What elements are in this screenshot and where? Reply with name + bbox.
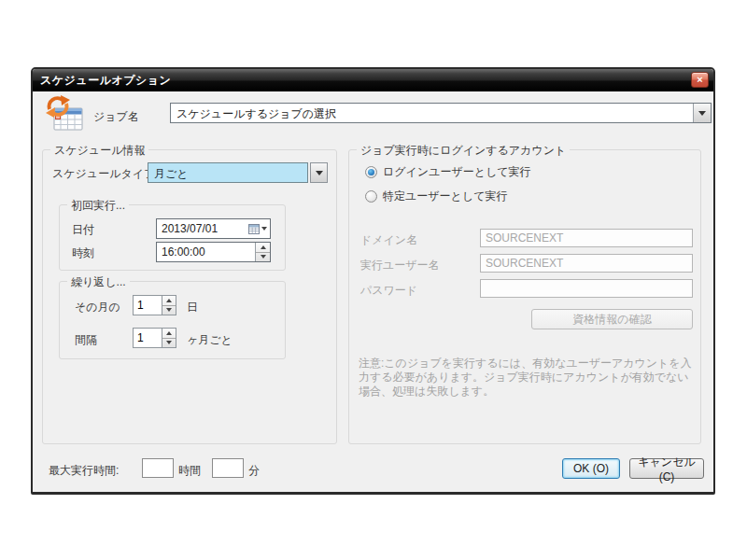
time-input-field[interactable]: 16:00:00 [156,242,271,262]
schedule-refresh-icon [43,95,84,133]
desktop-background: スケジュールオプション × [0,0,747,560]
day-of-month-field [133,295,176,315]
schedule-type-value[interactable]: 月ごと [148,162,308,183]
triangle-down-icon [166,308,172,312]
password-input[interactable] [480,279,693,298]
close-icon: × [697,75,702,85]
chevron-down-icon [261,227,267,231]
day-of-month-label: その月の [75,300,120,315]
day-of-month-input[interactable] [133,295,162,315]
account-group: ジョブ実行時にログインするアカウント ログインユーザーとして実行 特定ユーザーと… [348,149,701,444]
radio-unselected-icon [365,190,377,203]
date-value: 2013/07/01 [157,219,246,238]
radio-run-as-specific-user[interactable]: 特定ユーザーとして実行 [365,189,507,204]
ok-button[interactable]: OK (O) [562,458,620,479]
hours-unit-label: 時間 [178,463,201,479]
max-minutes-input[interactable] [212,458,244,478]
radio-run-as-login-user[interactable]: ログインユーザーとして実行 [365,164,531,180]
run-user-input[interactable] [480,254,693,273]
time-spinner [255,243,270,261]
interval-field [133,328,176,348]
spinner-up-button[interactable] [162,329,176,338]
spinner-up-button[interactable] [162,296,176,305]
minutes-unit-label: 分 [248,463,260,479]
dialog-title: スケジュールオプション [40,73,171,89]
run-user-label: 実行ユーザー名 [360,258,440,273]
triangle-down-icon [166,341,172,344]
cancel-button[interactable]: キャンセル (C) [629,458,704,479]
repeat-group: 繰り返し... その月の 日 間隔 [59,281,286,359]
max-hours-input[interactable] [142,458,174,478]
job-name-dropdown-button[interactable] [693,104,711,122]
schedule-info-group: スケジュール情報 スケジュールタイプ 月ごと 初回実行... 日付 2013/0… [42,149,337,444]
time-label: 時刻 [72,245,94,261]
interval-unit-label: ヶ月ごと [187,332,233,348]
schedule-info-legend: スケジュール情報 [50,143,148,159]
domain-input[interactable] [480,229,693,247]
spinner-down-button[interactable] [256,252,270,262]
triangle-up-icon [166,299,172,302]
chevron-down-icon [698,111,706,116]
triangle-up-icon [166,331,172,335]
close-button[interactable]: × [691,72,709,88]
day-spinner [162,295,176,315]
job-name-label: ジョブ名 [93,109,139,125]
date-picker-field[interactable]: 2013/07/01 [156,218,271,239]
radio-selected-icon [365,166,377,178]
interval-input[interactable] [133,328,162,348]
spinner-down-button[interactable] [162,305,176,315]
calendar-grid-icon [248,224,260,234]
date-label: 日付 [72,222,94,238]
schedule-type-label: スケジュールタイプ [52,166,155,182]
triangle-up-icon [261,245,266,249]
verify-credentials-button[interactable]: 資格情報の確認 [531,309,693,329]
calendar-dropdown-button[interactable] [246,219,270,238]
triangle-down-icon [261,255,266,259]
day-unit-label: 日 [187,300,198,315]
interval-label: 間隔 [75,332,97,348]
chevron-down-icon [316,171,323,175]
schedule-options-dialog: スケジュールオプション × [31,67,715,495]
spinner-down-button[interactable] [162,338,176,348]
job-name-select[interactable]: スケジュールするジョブの選択 [170,103,712,123]
schedule-type-dropdown-button[interactable] [310,162,328,183]
domain-label: ドメイン名 [360,232,417,248]
first-run-legend: 初回実行... [67,198,129,214]
spinner-up-button[interactable] [256,243,270,252]
dialog-content: ジョブ名 スケジュールするジョブの選択 スケジュール情報 スケジュールタイプ 月… [33,91,713,492]
password-label: パスワード [360,283,417,299]
time-value: 16:00:00 [157,243,255,261]
account-legend: ジョブ実行時にログインするアカウント [357,143,570,159]
account-note-text: 注意:このジョブを実行するには、有効なユーザーアカウントを入力する必要があります… [359,357,697,399]
dialog-titlebar[interactable]: スケジュールオプション × [33,69,713,91]
repeat-legend: 繰り返し... [67,274,130,290]
interval-spinner [162,328,176,348]
first-run-group: 初回実行... 日付 2013/07/01 [59,204,286,271]
max-runtime-label: 最大実行時間: [49,463,119,479]
job-name-value: スケジュールするジョブの選択 [171,104,693,122]
